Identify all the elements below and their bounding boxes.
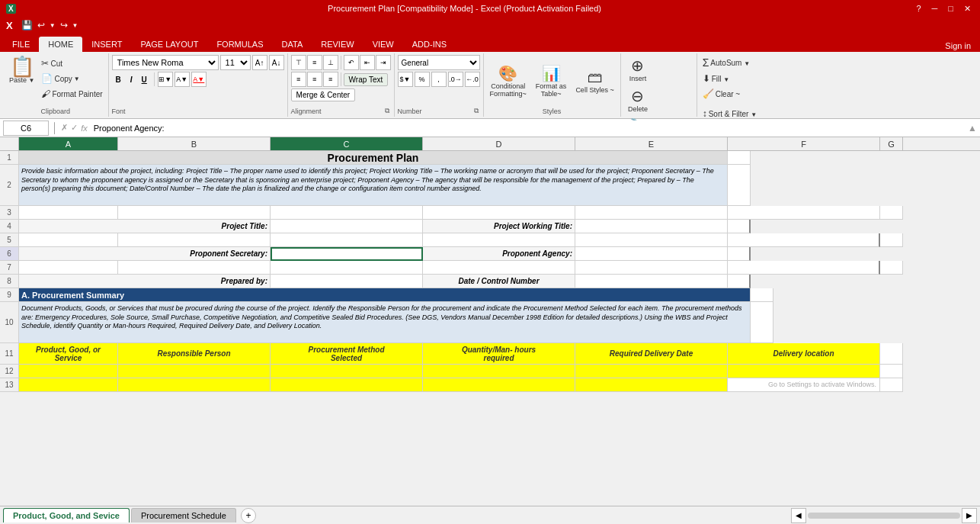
- customize-qa[interactable]: ▼: [70, 22, 81, 29]
- tab-review[interactable]: REVIEW: [312, 37, 363, 52]
- close-button[interactable]: ✕: [961, 4, 974, 14]
- row-num-4[interactable]: 4: [0, 220, 19, 233]
- tab-home[interactable]: HOME: [39, 37, 82, 52]
- cell-c7[interactable]: [271, 261, 423, 275]
- row-num-13[interactable]: 13: [0, 378, 19, 392]
- cell-b12[interactable]: [118, 365, 271, 378]
- currency-btn[interactable]: $▼: [398, 72, 413, 87]
- cell-g6[interactable]: [728, 247, 751, 261]
- cell-e6[interactable]: [575, 247, 728, 261]
- save-btn[interactable]: 💾: [19, 20, 35, 31]
- cell-g10[interactable]: [751, 302, 773, 343]
- cell-g11[interactable]: [880, 343, 903, 365]
- sheet-tab-procurement-schedule[interactable]: Procurement Schedule: [131, 508, 236, 522]
- tab-data[interactable]: DATA: [273, 37, 312, 52]
- font-face-select[interactable]: Times New Roma: [112, 55, 219, 70]
- align-top-btn[interactable]: ⊤: [291, 55, 306, 70]
- cell-g7[interactable]: [880, 261, 903, 275]
- add-sheet-btn[interactable]: +: [241, 508, 256, 523]
- align-right-btn[interactable]: ≡: [323, 72, 338, 87]
- cell-f7[interactable]: [728, 261, 880, 275]
- delete-button[interactable]: ⊖ Delete: [624, 85, 652, 114]
- indent-decrease-btn[interactable]: ⇤: [360, 55, 375, 70]
- col-header-b[interactable]: B: [118, 137, 271, 150]
- fill-color-btn[interactable]: A▼: [175, 72, 190, 87]
- redo-btn[interactable]: ↪: [58, 20, 70, 31]
- cell-c11[interactable]: Procurement MethodSelected: [271, 343, 423, 365]
- formula-expand-icon[interactable]: ▲: [968, 123, 977, 133]
- format-table-button[interactable]: 📊 Format as Table~: [533, 63, 570, 99]
- cell-a5[interactable]: [19, 233, 118, 247]
- fill-button[interactable]: ⬇ Fill ▼: [700, 72, 786, 85]
- cell-a7[interactable]: [19, 261, 118, 275]
- cell-f11[interactable]: Delivery location: [728, 343, 880, 365]
- cell-a11[interactable]: Product, Good, or Service: [19, 343, 118, 365]
- comma-btn[interactable]: ,: [431, 72, 447, 87]
- scroll-left-sheet-btn[interactable]: ◀: [791, 508, 806, 523]
- corner-cell[interactable]: [0, 137, 19, 150]
- cell-f12[interactable]: [728, 365, 880, 378]
- tab-formulas[interactable]: FORMULAS: [207, 37, 272, 52]
- cell-e13[interactable]: [575, 378, 728, 392]
- row-num-1[interactable]: 1: [0, 151, 19, 165]
- cell-e3[interactable]: [575, 206, 728, 220]
- cell-e5[interactable]: [575, 233, 728, 247]
- cell-a9[interactable]: A. Procurement Summary: [19, 288, 751, 302]
- cut-button[interactable]: ✂ Cut: [39, 56, 104, 70]
- undo-dropdown[interactable]: ▼: [47, 22, 58, 29]
- cell-b13[interactable]: [118, 378, 271, 392]
- insert-function-icon[interactable]: fx: [81, 124, 88, 133]
- font-color-btn[interactable]: A▼: [191, 72, 207, 87]
- decrease-font-size-btn[interactable]: A↓: [269, 55, 284, 70]
- cell-g9[interactable]: [751, 288, 773, 302]
- cell-a8[interactable]: Prepared by:: [19, 275, 271, 288]
- col-header-c[interactable]: C: [271, 137, 423, 150]
- number-format-select[interactable]: General: [398, 55, 480, 70]
- cell-f5[interactable]: [728, 233, 880, 247]
- col-header-e[interactable]: E: [575, 137, 728, 150]
- row-num-9[interactable]: 9: [0, 288, 19, 302]
- cell-d13[interactable]: [423, 378, 575, 392]
- copy-button[interactable]: 📄 Copy ▼: [39, 72, 104, 85]
- cell-b5[interactable]: [118, 233, 271, 247]
- cell-a6[interactable]: Proponent Secretary:: [19, 247, 271, 261]
- cell-c4[interactable]: [271, 220, 423, 233]
- underline-button[interactable]: U: [138, 72, 151, 87]
- cell-e8[interactable]: [575, 275, 728, 288]
- cell-a12[interactable]: [19, 365, 118, 378]
- sort-filter-button[interactable]: ↕ Sort & Filter ▼: [700, 107, 786, 121]
- minimize-button[interactable]: ─: [929, 4, 941, 14]
- align-middle-btn[interactable]: ≡: [307, 55, 322, 70]
- cell-c3[interactable]: [271, 206, 423, 220]
- conditional-formatting-button[interactable]: 🎨 Conditional Formatting~: [487, 63, 530, 99]
- cell-b3[interactable]: [118, 206, 271, 220]
- tab-insert[interactable]: INSERT: [82, 37, 131, 52]
- cell-c8[interactable]: [271, 275, 423, 288]
- cell-e7[interactable]: [575, 261, 728, 275]
- cell-d11[interactable]: Quantity/Man- hoursrequired: [423, 343, 575, 365]
- cell-f3[interactable]: [728, 206, 880, 220]
- cell-g8[interactable]: [728, 275, 751, 288]
- cell-g1[interactable]: [728, 151, 751, 165]
- row-num-10[interactable]: 10: [0, 302, 19, 343]
- autosum-button[interactable]: Σ AutoSum ▼: [700, 55, 786, 70]
- number-group-expand[interactable]: ⧉: [472, 107, 480, 115]
- cell-styles-button[interactable]: 🗃 Cell Styles ~: [572, 67, 617, 95]
- clear-button[interactable]: 🧹 Clear ~: [700, 87, 786, 101]
- insert-button[interactable]: ⊕ Insert: [624, 55, 652, 84]
- cell-e4[interactable]: [575, 220, 728, 233]
- scroll-right-sheet-btn[interactable]: ▶: [962, 508, 977, 523]
- tab-page-layout[interactable]: PAGE LAYOUT: [131, 37, 207, 52]
- cell-a4[interactable]: Project Title:: [19, 220, 271, 233]
- cell-g5[interactable]: [880, 233, 903, 247]
- cell-c6[interactable]: [271, 247, 423, 261]
- text-direction-btn[interactable]: ↶: [344, 55, 359, 70]
- wrap-text-button[interactable]: Wrap Text: [344, 73, 389, 86]
- cell-g2[interactable]: [728, 165, 751, 206]
- undo-btn[interactable]: ↩: [35, 20, 47, 31]
- row-num-3[interactable]: 3: [0, 206, 19, 220]
- bold-button[interactable]: B: [112, 72, 125, 87]
- help-button[interactable]: ?: [913, 4, 924, 14]
- decimal-inc-btn[interactable]: .0→: [448, 72, 463, 87]
- col-header-d[interactable]: D: [423, 137, 575, 150]
